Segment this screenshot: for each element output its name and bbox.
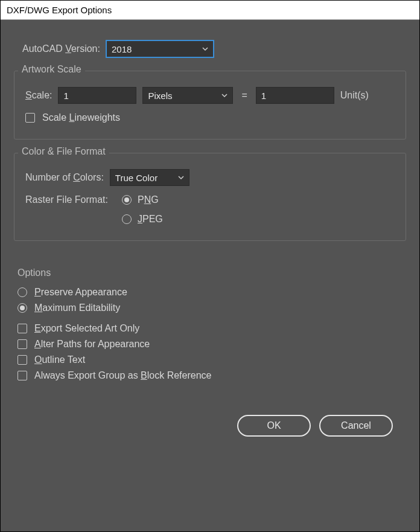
maximum-editability-option[interactable]: Maximum Editability: [18, 303, 395, 313]
artwork-scale-group: Artwork Scale Scale: Pixels = Unit(s) Sc…: [14, 71, 406, 139]
color-file-legend: Color & File Format: [18, 146, 109, 157]
outline-text-checkbox[interactable]: [18, 355, 27, 365]
chevron-down-icon: [201, 45, 209, 53]
scale-lineweights-label: Scale Lineweights: [42, 112, 120, 123]
export-selected-label: Export Selected Art Only: [34, 323, 139, 334]
raster-png-option[interactable]: PNG: [122, 194, 163, 205]
ok-button-label: OK: [267, 420, 281, 431]
alter-paths-label: Alter Paths for Appearance: [34, 339, 150, 350]
autocad-version-select[interactable]: 2018: [106, 40, 214, 57]
preserve-appearance-option[interactable]: Preserve Appearance: [18, 287, 395, 298]
chevron-down-icon: [220, 91, 229, 100]
num-colors-row: Number of Colors: True Color: [25, 169, 395, 186]
scale-lineweights-checkbox[interactable]: [25, 113, 35, 123]
outline-text-label: Outline Text: [34, 354, 85, 365]
scale-input[interactable]: [58, 87, 136, 104]
scale-units-value: Pixels: [148, 91, 172, 101]
export-selected-checkbox[interactable]: [18, 324, 27, 333]
png-radio[interactable]: [122, 195, 132, 205]
jpeg-radio[interactable]: [122, 214, 132, 224]
options-group: Options Preserve Appearance Maximum Edit…: [14, 257, 406, 397]
preserve-appearance-radio[interactable]: [18, 287, 27, 297]
raster-jpeg-option[interactable]: JPEG: [122, 214, 163, 225]
png-label: PNG: [138, 194, 159, 205]
scale-units-select[interactable]: Pixels: [142, 87, 233, 104]
block-reference-checkbox[interactable]: [18, 371, 27, 380]
scale-row: Scale: Pixels = Unit(s): [25, 87, 395, 104]
alter-paths-checkbox[interactable]: [18, 339, 27, 349]
block-reference-option[interactable]: Always Export Group as Block Reference: [18, 370, 395, 381]
chevron-down-icon: [177, 173, 185, 182]
cancel-button[interactable]: Cancel: [319, 415, 393, 437]
color-file-group: Color & File Format Number of Colors: Tr…: [14, 153, 406, 241]
dialog-body: AutoCAD Version: 2018 Artwork Scale Scal…: [1, 20, 419, 447]
num-colors-value: True Color: [115, 173, 158, 183]
preserve-appearance-label: Preserve Appearance: [34, 287, 127, 298]
options-legend: Options: [18, 268, 395, 278]
autocad-version-label: AutoCAD Version:: [22, 43, 100, 54]
alter-paths-option[interactable]: Alter Paths for Appearance: [18, 339, 395, 350]
scale-label: Scale:: [25, 90, 52, 101]
raster-format-row: Raster File Format: PNG JPEG: [25, 194, 395, 225]
result-input[interactable]: [256, 87, 334, 104]
units-label: Unit(s): [340, 90, 369, 101]
cancel-button-label: Cancel: [341, 420, 371, 431]
autocad-version-row: AutoCAD Version: 2018: [22, 40, 406, 57]
autocad-version-value: 2018: [112, 44, 132, 54]
maximum-editability-radio[interactable]: [18, 303, 27, 313]
num-colors-label: Number of Colors:: [25, 172, 104, 183]
window-title: DXF/DWG Export Options: [7, 5, 112, 15]
outline-text-option[interactable]: Outline Text: [18, 354, 395, 365]
export-selected-option[interactable]: Export Selected Art Only: [18, 323, 395, 334]
window-titlebar: DXF/DWG Export Options: [1, 1, 419, 20]
dialog-footer: OK Cancel: [14, 400, 406, 437]
block-reference-label: Always Export Group as Block Reference: [34, 370, 211, 381]
jpeg-label: JPEG: [138, 214, 163, 225]
equals-label: =: [239, 90, 249, 101]
ok-button[interactable]: OK: [237, 415, 311, 437]
maximum-editability-label: Maximum Editability: [34, 303, 120, 313]
artwork-scale-legend: Artwork Scale: [18, 64, 85, 75]
num-colors-select[interactable]: True Color: [110, 169, 189, 186]
scale-lineweights-row[interactable]: Scale Lineweights: [25, 112, 395, 123]
raster-format-label: Raster File Format:: [25, 194, 116, 205]
